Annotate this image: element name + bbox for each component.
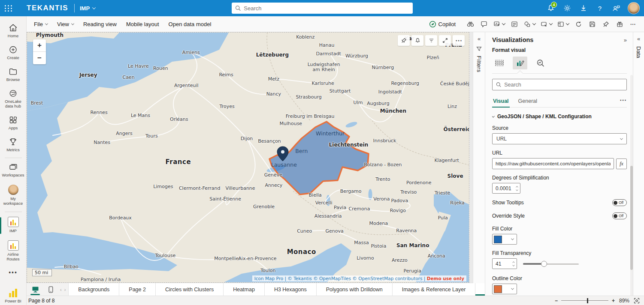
expand-filters-icon[interactable]: « [478,36,481,42]
data-pane-collapsed[interactable]: « Data [633,32,644,305]
zoom-slider-thumb[interactable] [587,298,588,303]
new-visual-dropdown[interactable] [491,18,507,30]
fill-transparency-slider[interactable] [523,261,579,267]
format-search-input[interactable] [504,82,623,88]
fill-color-dropdown[interactable] [492,234,517,245]
fill-transparency-input[interactable] [493,261,511,267]
user-avatar[interactable] [628,2,640,14]
sidebar-item-airline-routes[interactable]: Airline Routes [0,237,27,266]
optimize-button[interactable] [613,18,626,30]
feedback-button[interactable] [609,1,623,15]
sidebar-item-imp[interactable]: IMP [0,214,27,237]
sidebar-item-metrics[interactable]: Metrics [0,135,27,156]
comments-button[interactable] [478,18,490,30]
scroll-left-icon[interactable]: ‹ [60,287,62,292]
find-button[interactable] [464,18,477,30]
tab-scroll-arrows[interactable]: ‹› [60,287,66,292]
buttons-dropdown[interactable] [538,18,554,30]
shapes-dropdown[interactable] [522,18,538,30]
refresh-button[interactable] [572,18,585,30]
analytics-tab-button[interactable] [533,57,548,69]
search-input[interactable] [244,5,409,12]
sidebar-item-create[interactable]: Create [0,42,27,64]
menu-file[interactable]: File [29,18,52,30]
page-tab-circles-with-clusters[interactable]: Circles with Clusters [156,283,224,296]
chevron-down-icon [502,21,505,25]
sidebar-item-workspaces[interactable]: Workspaces [0,160,27,182]
settings-button[interactable] [560,1,574,15]
workspace-switcher[interactable]: IMP [80,5,95,12]
visual-pin-button[interactable] [398,35,410,46]
format-search[interactable] [492,79,627,90]
zoom-in-plus[interactable]: + [612,298,615,304]
zoom-out-button[interactable]: − [33,52,46,64]
home-icon [9,24,18,32]
format-tabs-more[interactable]: ⋯ [620,96,627,107]
page-tab-page-2[interactable]: Page 2 [119,283,156,296]
page-tab-images-reference-layer[interactable]: Images & Reference Layer [393,283,476,296]
menu-reading-view[interactable]: Reading view [79,18,121,30]
sidebar-item-home[interactable]: Home [0,21,27,42]
global-search[interactable] [232,3,413,14]
map-attribution[interactable]: Icon Map Pro | © Tekantis © OpenMapTiles… [252,275,466,281]
menu-mobile-layout[interactable]: Mobile layout [121,18,164,30]
tooltips-toggle[interactable]: Off [612,199,627,206]
stepper-arrows[interactable] [511,262,517,266]
visual-more-options[interactable]: ⋯ [453,35,465,46]
menu-open-data-model[interactable]: Open data model [164,18,216,30]
sidebar-item-browse[interactable]: Browse [0,64,27,86]
mobile-view-button[interactable] [45,283,57,296]
stepper-arrows[interactable] [514,186,520,191]
source-dropdown[interactable]: URL [492,133,627,144]
section-geojson-config[interactable]: GeoJSON / Shape / KML Configuration [492,114,627,120]
download-button[interactable] [576,1,591,15]
fields-tab-button[interactable] [492,57,507,69]
app-launcher-icon[interactable] [0,0,17,16]
collapse-pane-icon[interactable]: » [624,37,627,43]
tab-visual[interactable]: Visual [492,96,510,107]
visual-filters-button[interactable] [425,35,437,46]
nav-more-button[interactable]: ••• [9,266,18,279]
desktop-view-button[interactable] [29,283,41,296]
fill-transparency-stepper[interactable] [492,258,517,269]
page-tab-h3-hexagons[interactable]: H3 Hexagons [265,283,317,296]
outline-color-dropdown[interactable] [492,284,517,294]
page-tab-backgrounds[interactable]: Backgrounds [69,283,119,296]
save-icon [589,21,596,27]
tab-general[interactable]: General [517,96,538,107]
notifications-button[interactable]: 4 [544,1,558,15]
more-options-button[interactable]: ⋯ [627,18,640,30]
page-tab-heatmap[interactable]: Heatmap [224,283,265,296]
panel-scrollbar[interactable] [630,75,633,302]
help-button[interactable]: ? [593,1,607,15]
sidebar-item-my-workspace[interactable]: My workspace [0,182,27,210]
format-tab-button[interactable] [513,57,527,69]
page-indicator: Page 8 of 8 [28,298,54,304]
expand-data-icon[interactable]: « [637,36,640,42]
url-input[interactable] [492,158,614,169]
menu-view[interactable]: View [52,18,79,30]
sidebar-item-apps[interactable]: Apps [0,113,27,135]
text-box-button[interactable] [508,18,521,30]
save-button[interactable] [586,18,599,30]
zoom-in-button[interactable]: + [33,39,46,52]
override-style-toggle[interactable]: Off [612,212,627,219]
text-box-icon [511,21,518,27]
sidebar-item-onelake[interactable]: OneLake data hub [0,86,27,113]
filters-pane-collapsed[interactable]: « Filters [473,32,485,305]
icon-map-visual[interactable]: PlymouthKoblenzHanauKarPrahaLëtzebuergAm… [27,32,469,283]
pin-button[interactable] [599,18,612,30]
simplification-stepper[interactable] [492,183,520,194]
copilot-button[interactable]: Copilot [427,18,458,30]
fit-to-page-icon[interactable] [634,298,640,304]
visual-focus-button[interactable] [439,35,451,46]
trophy-icon [9,138,18,146]
fx-button[interactable]: fx [616,158,627,169]
zoom-slider[interactable] [561,298,608,303]
simplification-input[interactable] [493,185,514,191]
visual-alerts-button[interactable] [411,35,423,46]
zoom-out-minus[interactable]: − [555,298,558,304]
page-view-dropdown[interactable] [555,18,571,30]
scroll-right-icon[interactable]: › [64,287,66,292]
page-tab-polygons-with-drilldown[interactable]: Polygons with Drilldown [317,283,393,296]
